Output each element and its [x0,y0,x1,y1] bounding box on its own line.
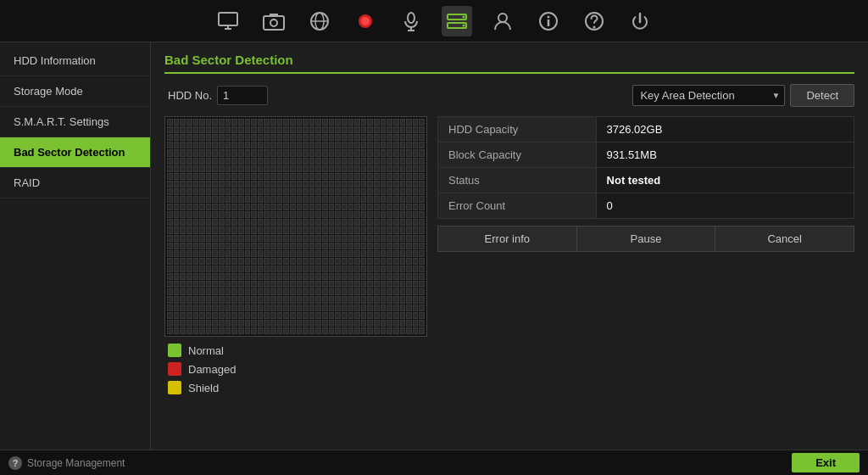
grid-cell [361,126,367,133]
grid-cell [374,188,380,195]
sidebar-item-raid[interactable]: RAID [0,168,150,198]
grid-cell [348,296,354,303]
grid-cell [277,258,283,265]
exit-button[interactable]: Exit [792,453,860,472]
grid-cell [251,235,257,242]
grid-cell [206,204,212,210]
grid-cell [277,219,283,226]
grid-cell [290,181,296,187]
grid-cell [290,265,296,272]
grid-cell [180,235,186,242]
record-icon[interactable] [350,6,381,36]
grid-cell [354,173,360,180]
hdd-number-input[interactable] [217,86,268,105]
grid-cell [393,204,399,210]
grid-cell [354,243,360,249]
grid-cell [361,296,367,303]
top-navigation-bar [0,0,868,42]
grid-cell [180,226,186,233]
grid-cell [290,173,296,180]
grid-cell [406,327,412,334]
grid-cell [381,226,387,233]
grid-cell [354,149,360,156]
grid-cell [238,327,244,334]
grid-cell [283,235,289,242]
monitor-icon[interactable] [213,6,243,36]
grid-cell [290,312,296,319]
grid-cell [419,288,425,295]
grid-cell [335,288,341,295]
grid-cell [199,126,205,133]
sidebar-item-smart[interactable]: S.M.A.R.T. Settings [0,107,150,137]
grid-cell [400,211,406,218]
grid-cell [290,134,296,141]
error-info-button[interactable]: Error info [437,226,577,252]
detect-button[interactable]: Detect [790,84,854,107]
grid-cell [315,126,321,133]
grid-cell [283,149,289,156]
network-icon[interactable] [304,6,335,36]
camera-icon[interactable] [259,6,289,36]
grid-cell [342,211,348,218]
grid-cell [231,327,237,334]
pause-button[interactable]: Pause [577,226,716,252]
grid-cell [348,265,354,272]
grid-cell [225,265,231,272]
info-icon[interactable] [533,6,564,36]
grid-cell [206,226,212,233]
grid-cell [283,281,289,288]
grid-cell [283,188,289,195]
sidebar-item-hdd-info[interactable]: HDD Information [0,46,150,76]
grid-cell [348,204,354,210]
grid-cell [193,305,199,311]
grid-cell [199,149,205,156]
grid-cell [413,219,419,226]
grid-cell [354,226,360,233]
grid-cell [277,235,283,242]
grid-cell [206,281,212,288]
grid-cell [361,265,367,272]
grid-cell [212,158,218,165]
grid-cell [387,320,392,327]
grid-cell [167,243,173,249]
grid-cell [329,320,335,327]
grid-cell [212,196,218,203]
audio-icon[interactable] [396,6,426,36]
grid-cell [335,188,341,195]
storage-icon[interactable] [442,6,472,36]
grid-cell [258,142,264,148]
grid-cell [309,243,315,249]
grid-cell [406,181,412,187]
grid-cell [413,273,419,280]
grid-cell [167,226,173,233]
grid-cell [322,305,328,311]
grid-cell [277,149,283,156]
detection-type-dropdown[interactable]: Key Area Detection Full Detection [632,85,785,106]
grid-cell [258,226,264,233]
help-circle-icon[interactable]: ? [8,456,22,470]
grid-cell [322,243,328,249]
power-icon[interactable] [625,6,655,36]
grid-cell [245,173,251,180]
sidebar-item-bad-sector[interactable]: Bad Sector Detection [0,137,150,168]
grid-cell [167,134,173,141]
grid-cell [264,305,270,311]
grid-cell [212,288,218,295]
grid-cell [381,305,387,311]
grid-cell [419,204,425,210]
grid-cell [225,273,231,280]
help-icon[interactable] [579,6,609,36]
cancel-button[interactable]: Cancel [715,226,854,252]
grid-cell [199,142,205,148]
sidebar-item-storage-mode[interactable]: Storage Mode [0,76,150,107]
grid-cell [367,165,373,172]
grid-cell [180,126,186,133]
grid-cell [361,173,367,180]
grid-cell [387,219,392,226]
grid-cell [277,296,283,303]
grid-cell [219,204,225,210]
grid-cell [186,258,192,265]
grid-cell [238,211,244,218]
user-icon[interactable] [487,6,518,36]
grid-cell [251,204,257,210]
